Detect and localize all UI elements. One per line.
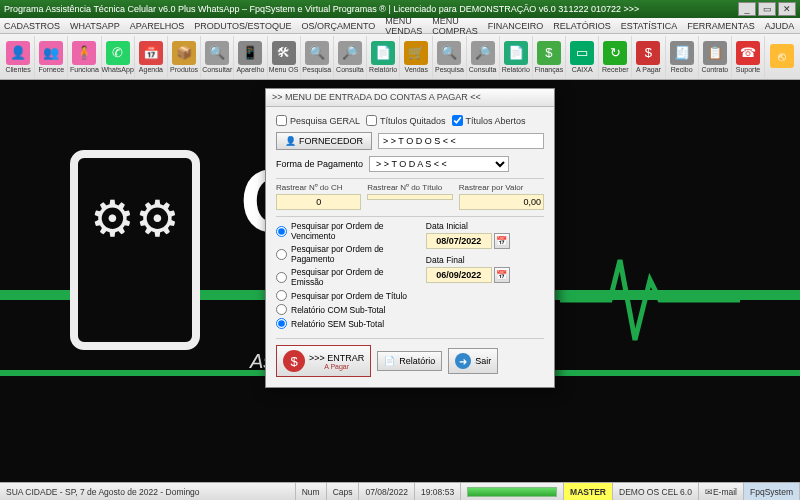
fornecedor-input[interactable] xyxy=(378,133,544,149)
toolbar-suporte[interactable]: ☎Suporte xyxy=(732,36,765,78)
chk-titulos-quitados[interactable]: Títulos Quitados xyxy=(366,115,446,126)
toolbar-consultar[interactable]: 🔍Consultar xyxy=(201,36,234,78)
toolbar-pesquisa[interactable]: 🔍Pesquisa xyxy=(301,36,334,78)
calendar-button[interactable]: 📅 xyxy=(494,267,510,283)
toolbar-icon: 🧍 xyxy=(72,41,96,65)
gears-icon: ⚙⚙ xyxy=(90,190,180,248)
toolbar-fornece[interactable]: 👥Fornece xyxy=(35,36,68,78)
dialog-title: >> MENU DE ENTRADA DO CONTAS A PAGAR << xyxy=(266,89,554,107)
forma-pagamento-select[interactable]: > > T O D A S < < xyxy=(369,156,509,172)
toolbar-relatório[interactable]: 📄Relatório xyxy=(367,36,400,78)
menu-whatsapp[interactable]: WHATSAPP xyxy=(70,21,120,31)
menubar: CADASTROS WHATSAPP APARELHOS PRODUTOS/ES… xyxy=(0,18,800,34)
person-icon: 👤 xyxy=(285,136,296,146)
radio-ordem-pagamento[interactable]: Pesquisar por Ordem de Pagamento xyxy=(276,244,418,264)
toolbar-aparelho[interactable]: 📱Aparelho xyxy=(234,36,267,78)
data-inicial-input[interactable]: 08/07/2022 xyxy=(426,233,492,249)
toolbar-relatório[interactable]: 📄Relatório xyxy=(500,36,533,78)
status-brand: FpqSystem xyxy=(744,483,800,500)
toolbar-agenda[interactable]: 📅Agenda xyxy=(135,36,168,78)
maximize-button[interactable]: ▭ xyxy=(758,2,776,16)
menu-produtos[interactable]: PRODUTOS/ESTOQUE xyxy=(194,21,291,31)
radio-sem-subtotal[interactable]: Relatório SEM Sub-Total xyxy=(276,318,418,329)
menu-financeiro[interactable]: FINANCEIRO xyxy=(488,21,544,31)
status-time: 19:08:53 xyxy=(415,483,461,500)
toolbar-icon: 🔍 xyxy=(437,41,461,65)
toolbar-vendas[interactable]: 🛒Vendas xyxy=(400,36,433,78)
toolbar-icon: 📅 xyxy=(139,41,163,65)
toolbar-consulta[interactable]: 🔎Consulta xyxy=(334,36,367,78)
toolbar-exit[interactable]: ⎋ xyxy=(765,36,798,78)
menu-ferramentas[interactable]: FERRAMENTAS xyxy=(687,21,754,31)
menu-relatorios[interactable]: RELATÓRIOS xyxy=(553,21,610,31)
toolbar-a pagar[interactable]: $A Pagar xyxy=(632,36,665,78)
toolbar-icon: 📄 xyxy=(371,41,395,65)
rastrear-valor-input[interactable]: 0,00 xyxy=(459,194,544,210)
toolbar-icon: ✆ xyxy=(106,41,130,65)
status-email[interactable]: ✉ E-mail xyxy=(699,483,744,500)
toolbar-whatsapp[interactable]: ✆WhatsApp xyxy=(102,36,135,78)
menu-cadastros[interactable]: CADASTROS xyxy=(4,21,60,31)
forma-pagamento-label: Forma de Pagamento xyxy=(276,159,363,169)
toolbar-consulta[interactable]: 🔎Consulta xyxy=(467,36,500,78)
toolbar-icon: ☎ xyxy=(736,41,760,65)
status-master: MASTER xyxy=(564,483,613,500)
toolbar-menu os[interactable]: 🛠Menu OS xyxy=(268,36,301,78)
radio-ordem-titulo[interactable]: Pesquisar por Ordem de Título xyxy=(276,290,418,301)
menu-estatistica[interactable]: ESTATÍSTICA xyxy=(621,21,678,31)
chk-pesquisa-geral[interactable]: Pesquisa GERAL xyxy=(276,115,360,126)
toolbar-icon: 🔎 xyxy=(338,41,362,65)
menu-compras[interactable]: MENU COMPRAS xyxy=(432,16,478,36)
phone-icon xyxy=(70,150,200,350)
toolbar-funciona[interactable]: 🧍Funciona xyxy=(68,36,101,78)
menu-vendas[interactable]: MENU VENDAS xyxy=(385,16,422,36)
status-date: 07/08/2022 xyxy=(359,483,415,500)
toolbar-receber[interactable]: ↻Receber xyxy=(599,36,632,78)
toolbar-caixa[interactable]: ▭CAIXA xyxy=(566,36,599,78)
menu-os[interactable]: OS/ORÇAMENTO xyxy=(301,21,375,31)
toolbar-icon: ▭ xyxy=(570,41,594,65)
data-inicial-label: Data Inicial xyxy=(426,221,544,231)
toolbar-clientes[interactable]: 👤Clientes xyxy=(2,36,35,78)
data-final-label: Data Final xyxy=(426,255,544,265)
menu-ajuda[interactable]: AJUDA xyxy=(765,21,795,31)
radio-ordem-vencimento[interactable]: Pesquisar por Ordem de Vencimento xyxy=(276,221,418,241)
toolbar-icon: $ xyxy=(537,41,561,65)
toolbar-icon: 🛠 xyxy=(272,41,296,65)
status-demo: DEMO OS CEL 6.0 xyxy=(613,483,699,500)
toolbar-recibo[interactable]: 🧾Recibo xyxy=(666,36,699,78)
chk-titulos-abertos[interactable]: Títulos Abertos xyxy=(452,115,526,126)
entrar-button[interactable]: $>>> ENTRARA Pagar xyxy=(276,345,371,377)
window-buttons: _ ▭ ✕ xyxy=(738,2,796,16)
toolbar: 👤Clientes👥Fornece🧍Funciona✆WhatsApp📅Agen… xyxy=(0,34,800,80)
rastrear-ch-input[interactable]: 0 xyxy=(276,194,361,210)
radio-ordem-emissao[interactable]: Pesquisar por Ordem de Emissão xyxy=(276,267,418,287)
toolbar-icon: 👥 xyxy=(39,41,63,65)
status-location: SUA CIDADE - SP, 7 de Agosto de 2022 - D… xyxy=(0,483,296,500)
fornecedor-button[interactable]: 👤FORNECEDOR xyxy=(276,132,372,150)
pulse-icon xyxy=(560,240,740,360)
rastrear-titulo-label: Rastrear Nº do Título xyxy=(367,183,452,192)
report-icon: 📄 xyxy=(384,356,395,366)
calendar-button[interactable]: 📅 xyxy=(494,233,510,249)
toolbar-produtos[interactable]: 📦Produtos xyxy=(168,36,201,78)
close-button[interactable]: ✕ xyxy=(778,2,796,16)
toolbar-contrato[interactable]: 📋Contrato xyxy=(699,36,732,78)
minimize-button[interactable]: _ xyxy=(738,2,756,16)
toolbar-icon: $ xyxy=(636,41,660,65)
radio-com-subtotal[interactable]: Relatório COM Sub-Total xyxy=(276,304,418,315)
toolbar-icon: 🛒 xyxy=(404,41,428,65)
sair-button[interactable]: ➜Sair xyxy=(448,348,498,374)
toolbar-icon: 📱 xyxy=(238,41,262,65)
workspace: ⚙⚙ O A D R Assistê m Geral >> MENU DE EN… xyxy=(0,80,800,482)
data-final-input[interactable]: 06/09/2022 xyxy=(426,267,492,283)
rastrear-titulo-input[interactable] xyxy=(367,194,452,200)
toolbar-icon: ↻ xyxy=(603,41,627,65)
rastrear-ch-label: Rastrear Nº do CH xyxy=(276,183,361,192)
contas-pagar-dialog: >> MENU DE ENTRADA DO CONTAS A PAGAR << … xyxy=(265,88,555,388)
toolbar-icon: 👤 xyxy=(6,41,30,65)
menu-aparelhos[interactable]: APARELHOS xyxy=(130,21,184,31)
toolbar-finanças[interactable]: $Finanças xyxy=(533,36,566,78)
toolbar-pesquisa[interactable]: 🔍Pesquisa xyxy=(433,36,466,78)
relatorio-button[interactable]: 📄Relatório xyxy=(377,351,442,371)
